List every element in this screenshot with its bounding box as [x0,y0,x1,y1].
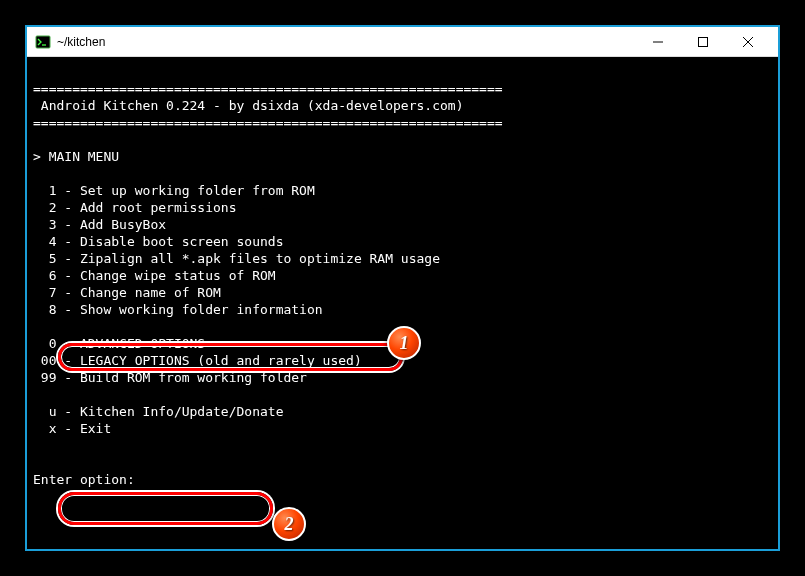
menu-item: 5 - Zipalign all *.apk files to optimize… [33,251,440,266]
svg-rect-3 [698,37,707,46]
minimize-button[interactable] [635,28,680,56]
separator-line: ========================================… [33,81,503,96]
separator-line: ========================================… [33,115,503,130]
menu-item: 6 - Change wipe status of ROM [33,268,276,283]
menu-item: 1 - Set up working folder from ROM [33,183,315,198]
menu-item-advanced: 0 - ADVANCED OPTIONS [33,336,205,351]
menu-item: x - Exit [33,421,111,436]
app-icon [35,34,51,50]
menu-item: 4 - Disable boot screen sounds [33,234,283,249]
app-header: Android Kitchen 0.224 - by dsixda (xda-d… [33,98,463,113]
input-prompt[interactable]: Enter option: [33,472,135,487]
menu-item: 00 - LEGACY OPTIONS (old and rarely used… [33,353,362,368]
close-button[interactable] [725,28,770,56]
menu-item: u - Kitchen Info/Update/Donate [33,404,283,419]
menu-item: 7 - Change name of ROM [33,285,221,300]
titlebar: ~/kitchen [27,27,778,57]
menu-item: 99 - Build ROM from working folder [33,370,307,385]
window-title: ~/kitchen [57,35,105,49]
terminal-body[interactable]: ========================================… [27,57,778,549]
menu-item: 3 - Add BusyBox [33,217,166,232]
menu-title: > MAIN MENU [33,149,119,164]
menu-item: 8 - Show working folder information [33,302,323,317]
menu-item: 2 - Add root permissions [33,200,237,215]
maximize-button[interactable] [680,28,725,56]
terminal-window: ~/kitchen ==============================… [25,25,780,551]
svg-rect-0 [36,36,50,48]
